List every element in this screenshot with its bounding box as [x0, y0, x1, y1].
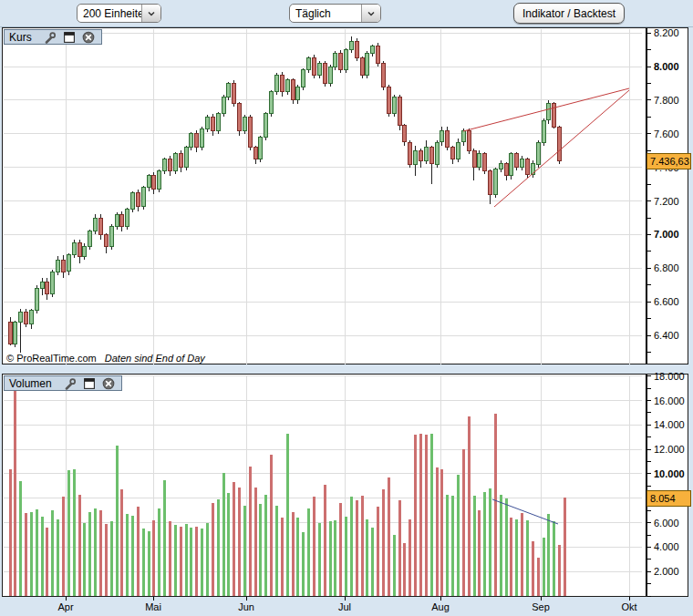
y-tick	[647, 352, 651, 353]
y-tick	[647, 302, 651, 303]
candle	[195, 134, 199, 148]
candle	[253, 148, 257, 159]
volume-panel: 18.00016.00014.00012.00010.0006.0004.000…	[2, 374, 688, 597]
candle	[296, 87, 300, 100]
candle	[115, 214, 119, 226]
volume-trendline[interactable]	[492, 499, 558, 524]
window-icon[interactable]	[83, 377, 96, 390]
candle	[424, 148, 428, 161]
volume-bar	[302, 532, 305, 596]
month-label: Okt	[615, 601, 643, 612]
volume-bar	[324, 485, 326, 596]
trendline[interactable]	[463, 88, 629, 131]
volume-bar	[120, 489, 123, 596]
period-dropdown[interactable]: Täglich	[289, 4, 381, 23]
volume-bar	[270, 455, 273, 597]
y-tick	[647, 49, 651, 50]
copyright-text: © ProRealTime.com	[6, 353, 97, 364]
toolbar: 200 Einheiten Täglich Indikator / Backte…	[0, 0, 693, 27]
units-dropdown[interactable]: 200 Einheiten	[77, 4, 161, 23]
volume-bar	[398, 500, 401, 596]
volume-bar	[478, 510, 481, 596]
candle	[536, 142, 540, 164]
volume-bar	[377, 507, 379, 596]
volume-bar	[494, 414, 497, 596]
y-tick-label: 4.000	[654, 541, 679, 552]
y-tick	[647, 318, 651, 319]
y-tick	[647, 486, 651, 487]
candle	[173, 154, 177, 170]
x-tick	[440, 597, 441, 601]
month-label: Jul	[331, 601, 358, 612]
y-tick	[647, 559, 651, 560]
month-label: Mai	[140, 601, 167, 612]
x-tick	[246, 597, 247, 601]
chevron-down-icon[interactable]	[361, 5, 380, 22]
volume-bar	[36, 509, 38, 596]
candle	[120, 214, 124, 226]
candle	[98, 218, 102, 234]
volume-bar	[174, 525, 177, 596]
volume-bar	[473, 496, 476, 596]
y-tick	[647, 150, 651, 151]
y-tick	[647, 510, 651, 511]
volume-bar	[275, 506, 278, 596]
window-icon[interactable]	[63, 31, 76, 44]
volume-bar	[83, 523, 86, 596]
candle	[323, 63, 326, 83]
volume-bar	[382, 489, 385, 596]
close-icon[interactable]	[102, 377, 115, 390]
candle	[83, 246, 87, 256]
indicator-backtest-button[interactable]: Indikator / Backtest	[513, 3, 625, 24]
candle	[440, 130, 444, 142]
candle	[403, 126, 407, 142]
y-tick	[647, 412, 651, 413]
x-tick	[541, 597, 542, 601]
month-label: Apr	[52, 601, 79, 612]
chevron-down-icon[interactable]	[141, 5, 160, 22]
price-panel-header[interactable]: Kurs	[4, 29, 102, 45]
volume-bar	[440, 469, 443, 596]
candle	[201, 128, 204, 147]
candle	[126, 210, 129, 226]
wrench-icon[interactable]	[44, 31, 57, 44]
y-tick-label: 6.400	[654, 330, 679, 341]
volume-bar	[483, 492, 486, 596]
volume-bar	[500, 495, 502, 596]
volume-bar	[152, 520, 155, 596]
volume-bar	[30, 512, 33, 597]
volume-bar	[388, 477, 390, 596]
volume-bar	[446, 495, 449, 596]
y-tick	[647, 83, 651, 84]
volume-bar	[142, 529, 145, 596]
volume-bar	[558, 545, 561, 596]
price-chart-canvas[interactable]	[4, 29, 642, 364]
x-tick	[153, 597, 154, 601]
candle	[78, 243, 81, 257]
volume-chart-canvas[interactable]	[4, 375, 642, 596]
y-tick-label: 16.000	[654, 395, 685, 406]
close-icon[interactable]	[82, 31, 95, 44]
candle	[280, 75, 284, 91]
candle	[285, 80, 289, 92]
volume-bar	[532, 541, 534, 596]
candle	[521, 159, 524, 167]
volume-panel-header[interactable]: Volumen	[4, 375, 122, 391]
volume-bar	[553, 521, 555, 596]
candle	[233, 83, 236, 103]
volume-bar	[361, 496, 364, 596]
volume-bar	[88, 512, 91, 597]
volume-bar	[51, 510, 54, 596]
candle	[264, 114, 268, 138]
volume-bar	[163, 480, 166, 596]
candle	[35, 288, 38, 310]
trendline[interactable]	[494, 90, 629, 207]
volume-bar	[249, 467, 252, 596]
volume-bar	[254, 488, 257, 596]
candle	[515, 154, 519, 168]
y-tick	[647, 133, 651, 134]
candle	[499, 164, 502, 169]
wrench-icon[interactable]	[64, 377, 77, 390]
volume-bar	[14, 375, 16, 596]
candle	[334, 53, 337, 67]
